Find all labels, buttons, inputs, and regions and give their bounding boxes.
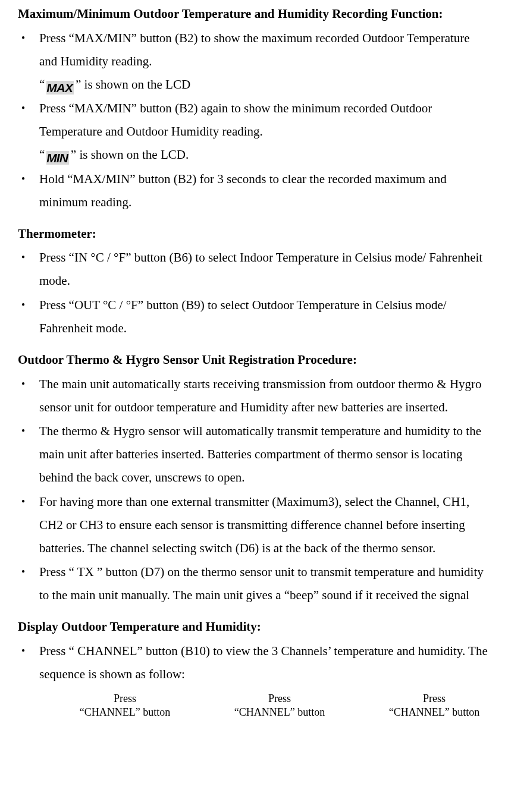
list-item: Hold “MAX/MIN” button (B2) for 3 seconds… [39,168,490,214]
bullet-list: Press “MAX/MIN” button (B2) to show the … [18,27,490,214]
list-item: Press “MAX/MIN” button (B2) again to sho… [39,97,490,166]
bullet-list: Press “IN °C / °F” button (B6) to select… [18,246,490,339]
min-icon: MIN [46,151,69,165]
list-item: For having more than one external transm… [39,490,490,560]
channel-sequence-step: Press“CHANNEL” button [381,692,488,720]
channel-button-label: “CHANNEL” button [381,706,488,719]
channel-button-label: “CHANNEL” button [71,706,178,719]
list-item-line: The main unit automatically starts recei… [39,373,490,419]
list-item-line: Press “MAX/MIN” button (B2) again to sho… [39,97,490,143]
list-item-line: Press “ CHANNEL” button (B10) to view th… [39,640,490,686]
channel-button-label: “CHANNEL” button [226,706,333,719]
channel-press-label: Press [381,692,488,706]
channel-sequence-step: Press“CHANNEL” button [71,692,178,720]
channel-sequence-step: Press“CHANNEL” button [226,692,333,720]
max-icon: MAX [46,81,74,95]
section-title: Maximum/Minimum Outdoor Temperature and … [18,2,490,26]
list-item: The thermo & Hygro sensor will automatic… [39,420,490,489]
list-item-line: The thermo & Hygro sensor will automatic… [39,420,490,489]
list-item-line: “MAX” is shown on the LCD [39,73,490,96]
list-item-line: Hold “MAX/MIN” button (B2) for 3 seconds… [39,168,490,214]
list-item: Press “ TX ” button (D7) on the thermo s… [39,561,490,607]
list-item: Press “IN °C / °F” button (B6) to select… [39,246,490,292]
list-item-line: Press “OUT °C / °F” button (B9) to selec… [39,294,490,340]
list-item: Press “ CHANNEL” button (B10) to view th… [39,640,490,686]
list-item-line: For having more than one external transm… [39,490,490,560]
channel-press-label: Press [226,692,333,706]
list-item-line: Press “ TX ” button (D7) on the thermo s… [39,561,490,607]
section-title: Display Outdoor Temperature and Humidity… [18,615,490,638]
channel-press-label: Press [71,692,178,706]
list-item: The main unit automatically starts recei… [39,373,490,419]
list-item: Press “OUT °C / °F” button (B9) to selec… [39,294,490,340]
bullet-list: Press “ CHANNEL” button (B10) to view th… [18,640,490,686]
list-item-line: Press “MAX/MIN” button (B2) to show the … [39,27,490,73]
list-item-line: Press “IN °C / °F” button (B6) to select… [39,246,490,292]
bullet-list: The main unit automatically starts recei… [18,373,490,607]
section-title: Outdoor Thermo & Hygro Sensor Unit Regis… [18,348,490,372]
list-item-line: “MIN” is shown on the LCD. [39,143,490,166]
channel-sequence-row: Press“CHANNEL” buttonPress“CHANNEL” butt… [18,692,490,720]
section-title: Thermometer: [18,222,490,246]
list-item: Press “MAX/MIN” button (B2) to show the … [39,27,490,96]
